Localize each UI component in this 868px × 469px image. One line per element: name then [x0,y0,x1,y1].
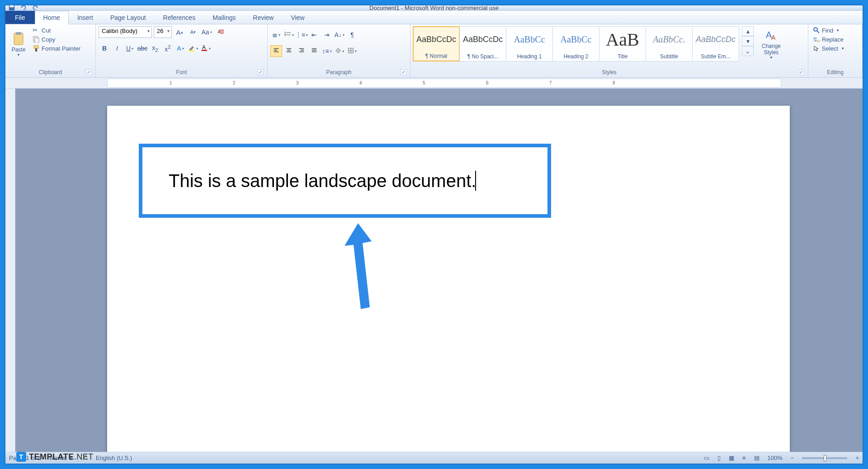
find-icon [813,27,820,34]
tab-insert[interactable]: Insert [69,11,102,24]
change-case-button[interactable]: Aa [201,26,212,38]
svg-rect-7 [35,48,37,52]
justify-icon [311,47,317,55]
status-language[interactable]: English (U.S.) [96,455,132,461]
numbering-icon: 12 [284,31,291,39]
font-color-button[interactable]: A [200,42,212,54]
find-button[interactable]: Find▼ [811,26,846,34]
align-right-button[interactable] [296,45,307,57]
numbering-button[interactable]: 12 [283,29,295,41]
styles-launcher-icon[interactable]: ⤢ [798,69,804,75]
zoom-in-button[interactable]: + [855,455,859,461]
styles-more[interactable]: ⌄ [742,46,754,56]
superscript-button[interactable]: x2 [162,42,174,54]
ribbon-tabs: File Home Insert Page Layout References … [5,11,863,24]
sort-button[interactable]: A↓ [334,29,345,41]
view-outline-icon[interactable]: ≡ [742,455,746,461]
zoom-out-button[interactable]: − [791,455,794,461]
font-color-icon: A [201,44,208,53]
svg-rect-6 [34,46,38,48]
increase-indent-button[interactable]: ⇥ [321,29,333,41]
text-effects-button[interactable]: A [175,42,186,54]
style-subtle-emphasis[interactable]: AaBbCcDc Subtle Em... [692,26,739,61]
font-size-combo[interactable]: 26 [154,26,172,38]
underline-button[interactable]: U [124,42,136,54]
tab-references[interactable]: References [155,11,204,24]
copy-button[interactable]: Copy [31,35,82,43]
decrease-indent-button[interactable]: ⇤ [308,29,320,41]
qat-undo-icon[interactable] [20,5,28,11]
svg-rect-12 [202,50,207,51]
style-normal[interactable]: AaBbCcDc ¶ Normal [413,26,460,61]
underline-icon: U [126,45,131,52]
shading-icon [335,47,341,55]
bold-button[interactable]: B [99,42,110,54]
change-case-icon: Aa [201,28,209,36]
strikethrough-button[interactable]: abc [137,42,148,54]
horizontal-ruler[interactable]: 1 2 3 4 5 6 7 8 [107,79,781,88]
format-painter-icon [33,45,40,52]
style-subtitle[interactable]: AaBbCc. Subtitle [646,26,693,61]
paste-button[interactable]: Paste ▼ [8,26,29,61]
shrink-font-button[interactable]: A▾ [187,26,199,38]
tab-review[interactable]: Review [245,11,283,24]
replace-icon: abac [813,36,820,43]
style-heading2[interactable]: AaBbCc Heading 2 [552,26,599,61]
tab-mailings[interactable]: Mailings [204,11,244,24]
replace-button[interactable]: abac Replace [811,35,846,43]
highlight-button[interactable] [187,42,199,54]
styles-gallery[interactable]: AaBbCcDc ¶ Normal AaBbCcDc ¶ No Spaci...… [413,26,739,61]
tab-home[interactable]: Home [35,11,69,24]
style-heading1[interactable]: AaBbCc Heading 1 [506,26,553,61]
cut-button[interactable]: ✂ Cut [31,26,82,34]
zoom-level[interactable]: 100% [768,455,783,461]
align-center-button[interactable] [283,45,295,57]
clipboard-launcher-icon[interactable]: ⤢ [85,69,92,75]
tab-view[interactable]: View [282,11,313,24]
svg-text:2: 2 [284,33,286,36]
change-styles-button[interactable]: AA Change Styles ▼ [755,26,787,61]
show-marks-button[interactable]: ¶ [346,29,358,41]
format-painter-button[interactable]: Format Painter [31,44,82,52]
style-no-spacing[interactable]: AaBbCcDc ¶ No Spaci... [459,26,506,61]
qat-save-icon[interactable] [8,5,16,11]
borders-icon [348,47,354,55]
zoom-slider[interactable] [802,457,847,459]
styles-scroll-down[interactable]: ▾ [742,36,754,46]
view-print-layout-icon[interactable]: ▭ [704,455,709,461]
text-effects-icon: A [177,45,181,52]
grow-font-button[interactable]: A▴ [174,26,185,38]
view-fullscreen-icon[interactable]: ▯ [717,455,721,461]
view-draft-icon[interactable]: ▤ [754,455,760,461]
align-left-button[interactable] [270,45,282,57]
italic-button[interactable]: I [111,42,123,54]
svg-line-35 [817,31,819,33]
line-spacing-button[interactable]: ↕≡ [321,45,333,57]
multilevel-list-button[interactable]: ⋮≡ [296,29,307,41]
paragraph-launcher-icon[interactable]: ⤢ [400,69,406,75]
select-button[interactable]: Select▼ [811,44,846,52]
style-title[interactable]: AaB Title [599,26,646,61]
increase-indent-icon: ⇥ [324,31,330,38]
tab-file[interactable]: File [5,11,35,24]
font-name-combo[interactable]: Calibri (Body) [99,26,152,38]
watermark: T TEMPLATE.NET [16,452,94,462]
clear-formatting-button[interactable]: A [214,26,226,38]
font-launcher-icon[interactable]: ⤢ [257,69,264,75]
subscript-button[interactable]: x2 [149,42,161,54]
shading-button[interactable] [334,45,345,57]
group-paragraph: ≣ 12 ⋮≡ ⇤ ⇥ A↓ ¶ ↕≡ Para [268,24,410,77]
svg-point-34 [814,28,817,31]
group-styles: AaBbCcDc ¶ Normal AaBbCcDc ¶ No Spaci...… [410,24,808,77]
styles-scroll-up[interactable]: ▴ [742,26,754,36]
watermark-brand: TEMPLATE [29,452,74,461]
qat-redo-icon[interactable] [32,5,40,11]
borders-button[interactable] [346,45,358,57]
bullets-button[interactable]: ≣ [270,29,282,41]
tab-page-layout[interactable]: Page Layout [102,11,155,24]
svg-text:ac: ac [817,39,820,42]
vertical-ruler[interactable] [5,89,15,452]
justify-button[interactable] [308,45,320,57]
view-web-icon[interactable]: ▦ [729,455,734,461]
document-body-text[interactable]: This is a sample landscape document. [169,171,476,191]
